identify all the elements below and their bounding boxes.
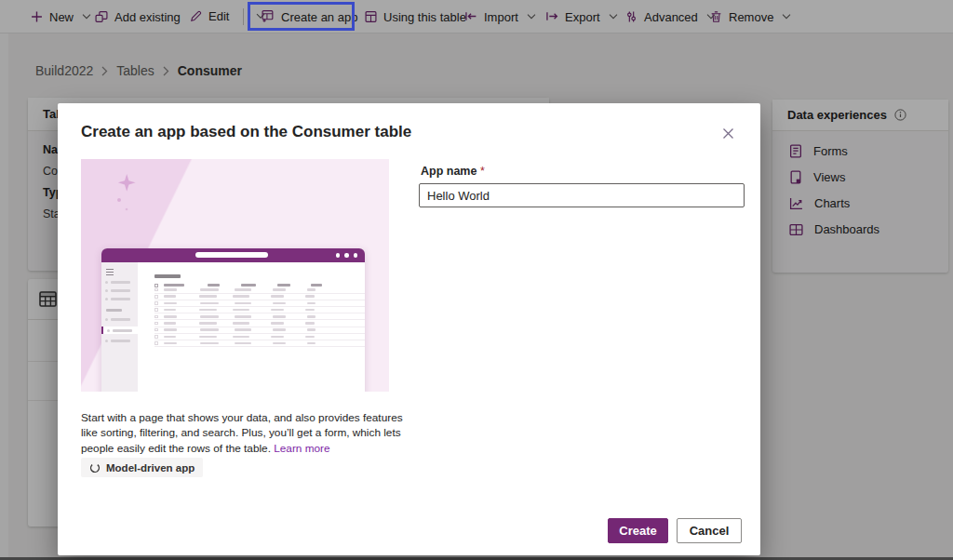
skeleton-row [154,340,365,347]
mock-browser-sidebar [101,262,138,392]
create-button[interactable]: Create [608,518,668,543]
app-preview-illustration [81,159,389,392]
app-name-label: App name * [421,165,485,178]
skeleton-row [154,300,365,307]
model-driven-app-icon [89,462,101,473]
cancel-button[interactable]: Cancel [677,518,742,543]
app-name-input[interactable] [419,183,745,207]
skeleton-row [154,313,365,320]
skeleton-row [154,334,365,340]
skeleton-row [154,307,365,313]
skeleton-row [154,287,365,294]
learn-more-link[interactable]: Learn more [274,442,329,455]
dialog-title: Create an app based on the Consumer tabl… [81,123,411,141]
mock-browser-titlebar [101,248,365,262]
mock-table-rows [138,287,365,348]
app-window: New Add existing Edit Create an app Usin… [0,0,953,560]
mock-browser-window [101,248,365,392]
create-app-dialog: Create an app based on the Consumer tabl… [58,103,760,555]
required-marker: * [480,165,485,178]
skeleton-row [154,320,365,327]
skeleton-row [154,327,365,334]
close-icon[interactable] [718,124,737,142]
dialog-description: Start with a page that shows your data, … [81,410,412,456]
mock-browser-main [138,262,365,392]
model-driven-app-badge: Model-driven app [81,458,203,477]
skeleton-row [154,294,365,300]
sparkle-icon [114,172,146,220]
